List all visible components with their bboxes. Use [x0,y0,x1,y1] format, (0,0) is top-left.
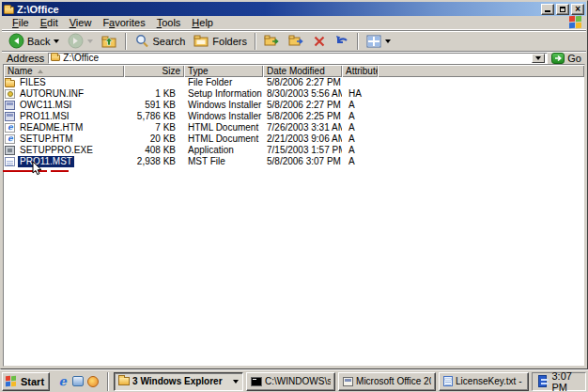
taskbar-button-label: 3 Windows Explorer [132,376,222,386]
up-icon [101,34,117,49]
file-type: File Folder [184,77,263,88]
file-row[interactable]: README.HTM7 KBHTML Document7/26/2003 3:3… [4,122,584,133]
address-input[interactable]: Z:\Office [48,53,548,64]
file-date-modified: 8/30/2003 5:56 AM [263,88,342,100]
taskbar-button-label: C:\WINDOWS\system32... [265,376,331,386]
toolbar-separator [357,33,359,50]
undo-button[interactable] [331,32,353,51]
back-label: Back [27,36,50,47]
file-name: AUTORUN.INF [18,88,85,100]
file-row[interactable]: AUTORUN.INF1 KBSetup Information8/30/200… [4,88,584,100]
menu-edit[interactable]: Edit [35,16,64,29]
address-dropdown-button[interactable] [532,54,545,63]
file-attributes: A [342,122,378,133]
windows-logo-icon [569,16,582,29]
file-attributes: A [342,111,378,122]
address-label: Address [5,53,44,64]
folder-icon [4,7,14,14]
file-name-cell: FILES [4,77,124,88]
file-name: PRO11.MST [18,156,74,167]
file-name: README.HTM [18,122,85,133]
go-button[interactable]: Go [551,53,583,64]
file-row[interactable]: SETUPPRO.EXE408 KBApplication7/15/2003 1… [4,145,584,156]
setup-info-icon [5,89,15,99]
show-desktop-icon[interactable] [72,376,84,386]
toolbar-separator [255,33,256,50]
up-button[interactable] [98,32,121,51]
command-prompt-icon [251,377,262,386]
window-title: Z:\Office [17,4,59,15]
desktop: Z:\Office × FileEditViewFavoritesToolsHe… [0,0,588,392]
system-tray: 3:07 PM [532,372,586,391]
start-button[interactable]: Start [2,372,50,391]
address-value: Z:\Office [63,53,99,63]
file-row[interactable]: OWC11.MSI591 KBWindows Installer P...5/8… [4,100,584,111]
restore-button[interactable] [556,4,569,15]
file-name-cell: OWC11.MSI [4,100,124,111]
menu-view[interactable]: View [64,16,98,29]
search-button[interactable]: Search [131,32,189,51]
menu-help[interactable]: Help [186,16,219,29]
views-button[interactable] [363,32,395,51]
taskbar-button[interactable]: LicenseKey.txt - Notepad [439,372,529,391]
copy-to-icon [288,34,304,48]
move-to-button[interactable] [260,32,284,51]
menu-favorites[interactable]: Favorites [97,16,150,29]
file-name-cell: SETUPPRO.EXE [4,145,124,156]
mst-icon [5,157,15,166]
folder-icon [5,80,15,87]
column-header-name[interactable]: Name [4,65,124,77]
column-header-type[interactable]: Type [184,65,263,77]
title-bar[interactable]: Z:\Office × [2,2,586,16]
file-attributes: A [342,145,378,156]
file-name: PRO11.MSI [18,111,71,122]
taskbar-button-label: Microsoft Office 2003 Cu... [356,376,431,386]
column-header-attributes[interactable]: Attributes [342,65,378,77]
delete-button[interactable] [309,32,330,51]
file-name: SETUP.HTM [18,133,75,145]
file-type: HTML Document [184,133,263,145]
internet-explorer-icon[interactable]: e [56,375,69,387]
column-header-size[interactable]: Size [124,65,184,77]
back-icon [8,33,24,49]
go-icon [551,53,565,64]
language-indicator-icon[interactable] [538,375,547,387]
file-date-modified: 2/21/2003 9:06 AM [263,133,342,145]
media-player-icon[interactable] [87,376,99,387]
menu-tools[interactable]: Tools [151,16,187,29]
taskbar-button[interactable]: Microsoft Office 2003 Cu... [338,372,436,391]
file-row[interactable]: FILESFile Folder5/8/2006 2:27 PM [4,77,584,88]
column-header-date-modified[interactable]: Date Modified [263,65,342,77]
file-date-modified: 5/8/2006 2:27 PM [263,77,342,88]
taskbar-button-label: LicenseKey.txt - Notepad [456,376,524,386]
file-attributes: A [342,100,378,111]
close-button[interactable]: × [571,4,584,15]
file-date-modified: 5/8/2006 3:07 PM [263,156,342,167]
toolbar: Back Search Folders [2,30,586,51]
address-bar: Address Z:\Office Go [2,51,586,64]
folders-button[interactable]: Folders [190,32,251,51]
file-name: FILES [18,77,48,88]
quick-launch: e [53,375,102,387]
file-date-modified: 7/26/2003 3:31 AM [263,122,342,133]
file-row[interactable]: PRO11.MSI5,786 KBWindows Installer P...5… [4,111,584,122]
file-date-modified: 7/15/2003 1:57 PM [263,145,342,156]
taskbar-separator [107,372,109,391]
forward-button[interactable] [64,32,97,51]
file-attributes [342,77,378,88]
back-button[interactable]: Back [5,32,63,51]
folder-icon [118,377,130,385]
file-size [124,77,184,88]
file-row[interactable]: SETUP.HTM20 KBHTML Document2/21/2003 9:0… [4,133,584,145]
copy-to-button[interactable] [285,32,308,51]
menu-file[interactable]: File [7,16,35,29]
file-name-cell: README.HTM [4,122,124,133]
taskbar-button[interactable]: 3 Windows Explorer [114,372,243,391]
file-type: Windows Installer P... [184,100,263,111]
office-setup-icon [343,377,353,386]
minimize-button[interactable] [541,4,554,15]
file-row[interactable]: PRO11.MST2,938 KBMST File5/8/2006 3:07 P… [4,156,584,167]
html-icon [5,123,15,133]
taskbar-button[interactable]: C:\WINDOWS\system32... [246,372,335,391]
file-attributes: HA [342,88,378,100]
